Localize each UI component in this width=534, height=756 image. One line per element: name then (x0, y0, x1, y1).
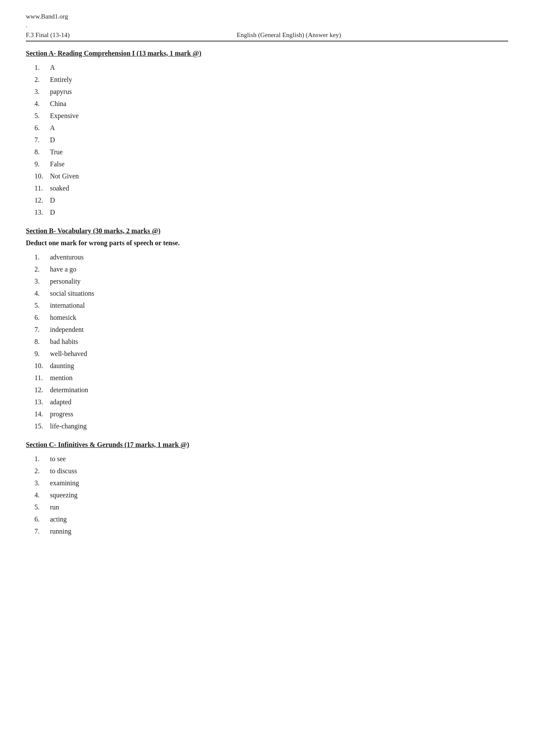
item-number: 6. (34, 122, 50, 134)
item-number: 15. (34, 420, 50, 432)
item-number: 6. (34, 312, 50, 324)
item-number: 1. (34, 453, 50, 465)
list-item: 6.homesick (26, 312, 508, 324)
section-a-title: Section A- Reading Comprehension I (13 m… (26, 50, 508, 57)
item-answer: run (50, 501, 508, 513)
list-item: 11.soaked (26, 182, 508, 194)
website-url: www.Band1.org (26, 13, 508, 20)
item-number: 13. (34, 396, 50, 408)
item-answer: have a go (50, 263, 508, 275)
section-b-subtitle: Deduct one mark for wrong parts of speec… (26, 239, 508, 247)
item-number: 10. (34, 170, 50, 182)
item-number: 3. (34, 477, 50, 489)
list-item: 13.D (26, 206, 508, 219)
item-answer: Expensive (50, 110, 508, 122)
section-a-list: 1.A2.Entirely3.papyrus4.China5.Expensive… (26, 62, 508, 219)
item-answer: bad habits (50, 336, 508, 348)
list-item: 7.D (26, 134, 508, 146)
item-number: 3. (34, 86, 50, 98)
list-item: 11.mention (26, 372, 508, 384)
header-center: English (General English) (Answer key) (70, 31, 508, 39)
list-item: 9.well-behaved (26, 348, 508, 360)
list-item: 2.Entirely (26, 74, 508, 86)
list-item: 15.life-changing (26, 420, 508, 432)
item-number: 9. (34, 348, 50, 360)
list-item: 1.A (26, 62, 508, 74)
item-answer: D (50, 194, 508, 206)
item-answer: daunting (50, 360, 508, 372)
list-item: 5.run (26, 501, 508, 513)
item-number: 11. (34, 372, 50, 384)
section-c-list: 1.to see2.to discuss3.examining4.squeezi… (26, 453, 508, 537)
section-b-list: 1.adventurous2.have a go3.personality4.s… (26, 251, 508, 432)
list-item: 6.acting (26, 513, 508, 525)
section-a: Section A- Reading Comprehension I (13 m… (26, 50, 508, 219)
section-c-title: Section C- Infinitives & Gerunds (17 mar… (26, 441, 508, 449)
item-answer: homesick (50, 312, 508, 324)
item-answer: Entirely (50, 74, 508, 86)
list-item: 4.China (26, 98, 508, 110)
list-item: 5.Expensive (26, 110, 508, 122)
list-item: 12.D (26, 194, 508, 206)
item-answer: A (50, 122, 508, 134)
item-answer: to discuss (50, 465, 508, 477)
item-answer: determination (50, 384, 508, 396)
item-answer: to see (50, 453, 508, 465)
item-answer: life-changing (50, 420, 508, 432)
list-item: 10.daunting (26, 360, 508, 372)
item-number: 4. (34, 98, 50, 110)
list-item: 4.social situations (26, 287, 508, 300)
item-number: 2. (34, 74, 50, 86)
item-answer: papyrus (50, 86, 508, 98)
item-number: 2. (34, 465, 50, 477)
item-answer: D (50, 134, 508, 146)
item-number: 10. (34, 360, 50, 372)
item-answer: D (50, 206, 508, 219)
list-item: 3.examining (26, 477, 508, 489)
item-answer: mention (50, 372, 508, 384)
item-number: 5. (34, 110, 50, 122)
item-number: 9. (34, 158, 50, 170)
item-number: 6. (34, 513, 50, 525)
item-answer: China (50, 98, 508, 110)
item-answer: Not Given (50, 170, 508, 182)
item-number: 12. (34, 384, 50, 396)
item-answer: independent (50, 324, 508, 336)
item-answer: adapted (50, 396, 508, 408)
section-b-title: Section B- Vocabulary (30 marks, 2 marks… (26, 227, 508, 235)
list-item: 14.progress (26, 408, 508, 420)
item-answer: social situations (50, 287, 508, 300)
item-answer: examining (50, 477, 508, 489)
list-item: 10.Not Given (26, 170, 508, 182)
item-number: 7. (34, 134, 50, 146)
dot-line: . (26, 22, 508, 29)
section-c: Section C- Infinitives & Gerunds (17 mar… (26, 441, 508, 537)
item-answer: True (50, 146, 508, 158)
item-answer: acting (50, 513, 508, 525)
list-item: 8.True (26, 146, 508, 158)
item-answer: soaked (50, 182, 508, 194)
list-item: 3.papyrus (26, 86, 508, 98)
item-answer: running (50, 525, 508, 537)
item-number: 7. (34, 525, 50, 537)
item-number: 8. (34, 336, 50, 348)
list-item: 8.bad habits (26, 336, 508, 348)
header-row: F.3 Final (13-14) English (General Engli… (26, 31, 508, 39)
item-number: 4. (34, 489, 50, 501)
list-item: 13.adapted (26, 396, 508, 408)
item-number: 12. (34, 194, 50, 206)
list-item: 1.adventurous (26, 251, 508, 263)
list-item: 4.squeezing (26, 489, 508, 501)
item-answer: international (50, 300, 508, 312)
page: www.Band1.org . F.3 Final (13-14) Englis… (0, 0, 534, 756)
list-item: 9.False (26, 158, 508, 170)
item-number: 8. (34, 146, 50, 158)
item-answer: well-behaved (50, 348, 508, 360)
list-item: 3.personality (26, 275, 508, 287)
item-number: 7. (34, 324, 50, 336)
item-number: 1. (34, 251, 50, 263)
item-number: 11. (34, 182, 50, 194)
header-divider (26, 41, 508, 42)
list-item: 12.determination (26, 384, 508, 396)
list-item: 7.independent (26, 324, 508, 336)
